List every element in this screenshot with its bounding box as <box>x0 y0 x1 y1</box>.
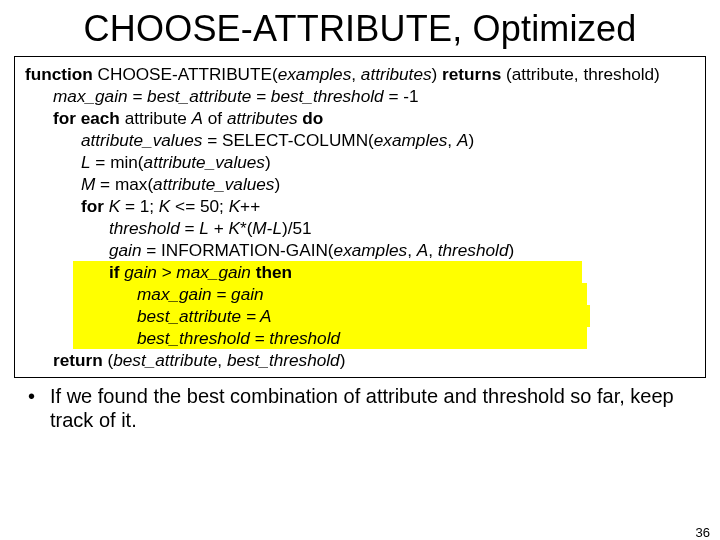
code-line: gain = INFORMATION-GAIN(examples, A, thr… <box>25 239 695 261</box>
code-line: max_gain = best_attribute = best_thresho… <box>25 85 695 107</box>
code-line-highlight: if gain > max_gain then <box>25 261 695 283</box>
code-line-highlight: best_threshold = threshold <box>25 327 695 349</box>
slide-title: CHOOSE-ATTRIBUTE, Optimized <box>0 8 720 50</box>
code-line: L = min(attribute_values) <box>25 151 695 173</box>
code-line: function CHOOSE-ATTRIBUTE(examples, attr… <box>25 63 695 85</box>
code-line-highlight: best_attribute = A <box>25 305 695 327</box>
bullet-text: If we found the best combination of attr… <box>50 384 696 432</box>
code-line: M = max(attribute_values) <box>25 173 695 195</box>
code-line: return (best_attribute, best_threshold) <box>25 349 695 371</box>
bullet-dot: • <box>28 384 50 432</box>
code-line-highlight: max_gain = gain <box>25 283 695 305</box>
bullet-item: • If we found the best combination of at… <box>28 384 696 432</box>
code-line: for each attribute A of attributes do <box>25 107 695 129</box>
code-line: threshold = L + K*(M-L)/51 <box>25 217 695 239</box>
pseudocode-box: function CHOOSE-ATTRIBUTE(examples, attr… <box>14 56 706 378</box>
page-number: 36 <box>696 525 710 540</box>
code-line: attribute_values = SELECT-COLUMN(example… <box>25 129 695 151</box>
code-line: for K = 1; K <= 50; K++ <box>25 195 695 217</box>
slide: CHOOSE-ATTRIBUTE, Optimized function CHO… <box>0 8 720 540</box>
